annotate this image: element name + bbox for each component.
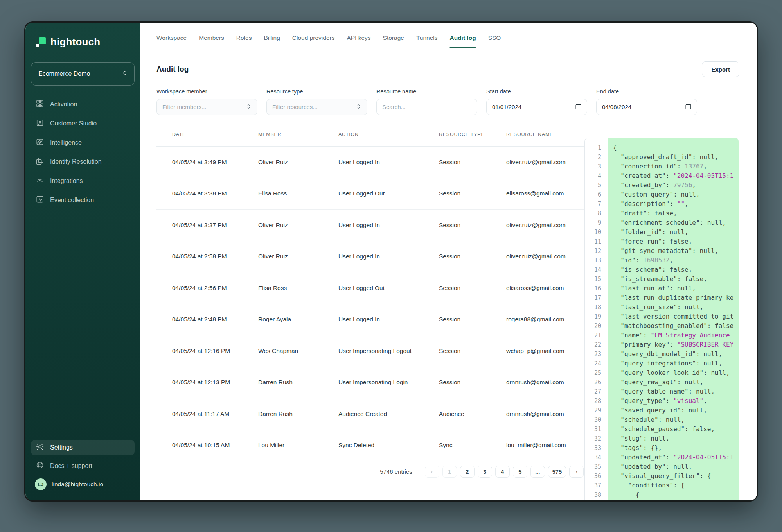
cell-action: User Impersonating Logout (338, 348, 439, 355)
cell-date: 04/05/24 at 2:48 PM (172, 316, 258, 323)
sidebar-item-docs-support[interactable]: Docs + support (31, 458, 135, 474)
select-placeholder: Filter members... (162, 104, 207, 110)
cell-action: Sync Deleted (338, 442, 439, 449)
sidebar-item-identity-resolution[interactable]: Identity Resolution (31, 154, 135, 170)
cell-resource-type: Session (439, 379, 506, 386)
tab-billing[interactable]: Billing (264, 34, 280, 48)
line-number: 30 (585, 415, 601, 425)
next-page-button[interactable]: › (569, 466, 584, 478)
page-button-[interactable]: ... (530, 466, 545, 478)
cell-resource-type: Session (439, 159, 506, 166)
workspace-member-select[interactable]: Filter members... (156, 99, 257, 115)
tab-audit-log[interactable]: Audit log (449, 34, 476, 48)
sidebar-item-event-collection[interactable]: Event collection (31, 192, 135, 208)
tab-sso[interactable]: SSO (488, 34, 501, 48)
resource-name-search-input[interactable] (376, 99, 477, 115)
page-button-575[interactable]: 575 (548, 466, 566, 478)
cell-resource-type: Session (439, 316, 506, 323)
code-line: "conditions": [ (613, 481, 739, 490)
code-line: "last_version_committed_to_git (613, 312, 739, 321)
code-line: "id": 1698532, (613, 256, 739, 265)
sidebar: hightouch Ecommerce Demo ActivationCusto… (25, 23, 140, 500)
cell-action: User Impersonating Login (338, 379, 439, 386)
date-value: 04/08/2024 (602, 104, 631, 110)
sidebar-item-intelligence[interactable]: Intelligence (31, 135, 135, 150)
search-input[interactable] (382, 104, 472, 110)
hightouch-logo-icon (36, 37, 46, 47)
audit-detail-json-panel[interactable]: 1234567891011121314151617181920212223242… (584, 138, 739, 500)
workspace-selector[interactable]: Ecommerce Demo (31, 62, 135, 86)
tab-tunnels[interactable]: Tunnels (416, 34, 438, 48)
user-email: linda@hightouch.io (52, 481, 103, 488)
hightouch-logo[interactable]: hightouch (25, 36, 140, 48)
table-row[interactable]: 04/05/24 at 12:13 PMDarren RushUser Impe… (156, 367, 584, 399)
code-line: "updated_by": null, (613, 462, 739, 471)
code-line: "query_dbt_model_id": null, (613, 349, 739, 359)
sidebar-item-customer-studio[interactable]: Customer Studio (31, 116, 135, 131)
line-number: 32 (585, 434, 601, 443)
start-date-input[interactable]: 01/01/2024 (486, 99, 587, 115)
export-button[interactable]: Export (702, 61, 739, 77)
table-row[interactable]: 04/05/24 at 2:48 PMRoger AyalaUser Logge… (156, 304, 584, 336)
identity-resolution-icon (36, 157, 44, 167)
tab-storage[interactable]: Storage (383, 34, 404, 48)
sidebar-item-settings[interactable]: Settings (31, 440, 135, 455)
sidebar-item-activation[interactable]: Activation (31, 97, 135, 112)
tab-roles[interactable]: Roles (236, 34, 252, 48)
filter-bar: Workspace memberFilter members...Resourc… (156, 88, 757, 115)
sidebar-item-label: Docs + support (50, 462, 92, 469)
line-number: 4 (585, 171, 601, 181)
calendar-icon (685, 103, 692, 111)
pagination-buttons: ‹12345...575› (425, 466, 584, 478)
tab-api-keys[interactable]: API keys (347, 34, 370, 48)
page-button-3[interactable]: 3 (478, 466, 492, 478)
code-line: "query_integrations": null, (613, 359, 739, 368)
sidebar-item-integrations[interactable]: Integrations (31, 173, 135, 189)
entries-count: 5746 entries (380, 468, 412, 475)
tab-cloud-providers[interactable]: Cloud providers (292, 34, 335, 48)
cell-action: User Logged Out (338, 285, 439, 292)
table-row[interactable]: 04/05/24 at 2:58 PMOliver RuizUser Logge… (156, 241, 584, 273)
table-row[interactable]: 04/05/24 at 2:56 PMElisa RossUser Logged… (156, 272, 584, 304)
code-line: "last_run_at": null, (613, 284, 739, 293)
cell-date: 04/05/24 at 11:17 AM (172, 410, 258, 417)
table-row[interactable]: 04/05/24 at 11:17 AMDarren RushAudience … (156, 398, 584, 430)
filter-workspace-member: Workspace memberFilter members... (156, 88, 257, 115)
line-number: 35 (585, 462, 601, 471)
line-number: 23 (585, 349, 601, 359)
app-window: hightouch Ecommerce Demo ActivationCusto… (25, 23, 757, 500)
code-line: "primary_key": "SUBSCRIBER_KEY (613, 340, 739, 349)
code-line-numbers: 1234567891011121314151617181920212223242… (585, 138, 608, 500)
tab-members[interactable]: Members (199, 34, 224, 48)
column-header-resource-type: RESOURCE TYPE (439, 132, 506, 137)
code-line: "name": "CM_Strategy_Audience_ (613, 331, 739, 340)
resource-type-select[interactable]: Filter resources... (266, 99, 367, 115)
line-number: 7 (585, 199, 601, 209)
activation-grid-icon (36, 99, 44, 109)
cell-resource-type: Sync (439, 442, 506, 449)
user-menu[interactable]: LJ linda@hightouch.io (31, 476, 135, 490)
table-row[interactable]: 04/05/24 at 3:49 PMOliver RuizUser Logge… (156, 147, 584, 178)
desktop-background: hightouch Ecommerce Demo ActivationCusto… (0, 0, 782, 532)
sidebar-bottom: SettingsDocs + support LJ linda@hightouc… (25, 440, 140, 490)
workspace-selector-value: Ecommerce Demo (38, 70, 90, 77)
page-button-1[interactable]: 1 (442, 466, 457, 478)
cell-resource-name: wchap_p@gmail.com (506, 348, 584, 355)
line-number: 38 (585, 490, 601, 500)
prev-page-button[interactable]: ‹ (425, 466, 439, 478)
end-date-input[interactable]: 04/08/2024 (596, 99, 697, 115)
cell-action: User Logged In (338, 253, 439, 260)
cell-member: Lou Miller (258, 442, 338, 449)
cell-member: Wes Chapman (258, 348, 338, 355)
code-line: "created_by": 79756, (613, 181, 739, 190)
table-row[interactable]: 04/05/24 at 10:15 AMLou MillerSync Delet… (156, 430, 584, 462)
page-button-5[interactable]: 5 (513, 466, 527, 478)
table-row[interactable]: 04/05/24 at 3:38 PMElisa RossUser Logged… (156, 178, 584, 210)
page-button-4[interactable]: 4 (495, 466, 510, 478)
table-row[interactable]: 04/05/24 at 12:16 PMWes ChapmanUser Impe… (156, 335, 584, 367)
page-button-2[interactable]: 2 (460, 466, 475, 478)
table-row[interactable]: 04/05/24 at 3:37 PMOliver RuizUser Logge… (156, 210, 584, 241)
line-number: 27 (585, 387, 601, 396)
tab-workspace[interactable]: Workspace (156, 34, 187, 48)
cell-resource-name: elisaross@gmail.com (506, 190, 584, 197)
